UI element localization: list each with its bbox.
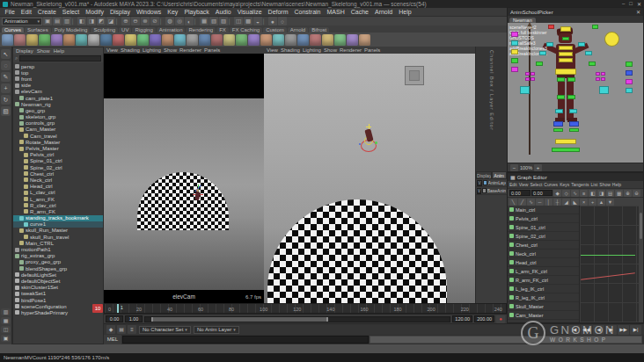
- shelf-tool-icon-7[interactable]: [88, 34, 99, 46]
- outliner-item[interactable]: skull_Run_Master: [13, 228, 103, 234]
- character-rig-persp[interactable]: [352, 127, 387, 163]
- lasso-tool[interactable]: ◌: [1, 61, 11, 70]
- outliner-item[interactable]: cam_plate1: [13, 95, 103, 101]
- camera-bookmark-widget[interactable]: [405, 66, 424, 85]
- picker-button[interactable]: [557, 77, 565, 82]
- graph-channel-row[interactable]: Cam_Master: [508, 311, 579, 320]
- picker-button[interactable]: [626, 70, 633, 76]
- playback-end-field[interactable]: 120.00: [452, 315, 472, 322]
- current-time-marker[interactable]: [117, 304, 119, 313]
- outliner-item[interactable]: controls_grp: [13, 120, 103, 127]
- viewport-menu-view[interactable]: View: [267, 47, 278, 53]
- status-line-icon[interactable]: ◐: [185, 17, 194, 25]
- graph-tool-icon-4[interactable]: ◧: [589, 190, 596, 197]
- tangent-tool-icon-1[interactable]: ╱: [518, 199, 526, 206]
- graph-channel-row[interactable]: Neck_ctrl: [508, 250, 579, 258]
- shelf-tool-icon-1[interactable]: [14, 34, 26, 46]
- command-language-toggle[interactable]: MEL: [104, 335, 121, 344]
- menu-audio[interactable]: Audio: [212, 9, 234, 15]
- shelf-tool-icon-27[interactable]: [334, 34, 346, 46]
- shelf-tool-icon-14[interactable]: [174, 34, 186, 46]
- status-line-icon[interactable]: ◧: [77, 17, 86, 25]
- picker-button[interactable]: [601, 72, 605, 76]
- viewport-menu-shading[interactable]: Shading: [121, 47, 140, 53]
- picker-button[interactable]: [560, 26, 571, 32]
- outliner-item[interactable]: defaultLightSet: [13, 272, 103, 278]
- outliner-item[interactable]: Spine_02_ctrl: [13, 164, 103, 170]
- outliner-item[interactable]: hyperShadePrimary: [13, 309, 103, 315]
- transport-button-4[interactable]: ▶▶: [618, 325, 629, 335]
- tangent-tool-icon-3[interactable]: ─: [536, 199, 544, 206]
- tangent-tool-icon-4[interactable]: │: [545, 199, 553, 206]
- outliner-item[interactable]: skeleton_grp: [13, 114, 103, 120]
- shelf-tool-icon-0[interactable]: [2, 34, 13, 46]
- viewport-menu-lighting[interactable]: Lighting: [143, 47, 161, 53]
- picker-button[interactable]: [567, 77, 575, 82]
- shelf-tool-icon-6[interactable]: [76, 34, 87, 46]
- picker-canvas[interactable]: sceneNewer2COG full b+skinnerGhOSTCOSroo…: [508, 23, 643, 163]
- viewport-elevcam[interactable]: ViewShadingLightingShowRendererPanels el…: [104, 47, 264, 303]
- outliner-item[interactable]: Spine_01_ctrl: [13, 158, 103, 164]
- graph-channel-row[interactable]: Pelvis_ctrl: [508, 214, 579, 223]
- move-tool[interactable]: +: [1, 83, 11, 93]
- outliner-item[interactable]: Cam_Master: [13, 127, 103, 133]
- viewport-menu-show[interactable]: Show: [164, 47, 177, 53]
- graph-menu-show[interactable]: Show: [599, 182, 611, 187]
- paint-select-tool[interactable]: ✎: [1, 72, 11, 82]
- graph-menu-curves[interactable]: Curves: [544, 182, 558, 187]
- shelf-tool-icon-9[interactable]: [113, 34, 124, 46]
- close-button[interactable]: ✕: [637, 1, 641, 7]
- transport-button-0[interactable]: |◀: [568, 325, 580, 335]
- viewport-menu-lighting[interactable]: Lighting: [303, 47, 321, 53]
- shelf-tool-icon-20[interactable]: [248, 34, 260, 46]
- graph-tool-icon-5[interactable]: ◨: [597, 190, 605, 197]
- shelf-tool-icon-4[interactable]: [51, 34, 62, 46]
- minimize-button[interactable]: –: [622, 1, 625, 7]
- status-line-icon[interactable]: ▦: [200, 17, 209, 25]
- animation-end-field[interactable]: 200.00: [474, 315, 494, 322]
- picker-button[interactable]: [553, 121, 563, 127]
- outliner-search-input[interactable]: [19, 55, 101, 62]
- menu-constrain[interactable]: Constrain: [291, 9, 324, 15]
- outliner-item[interactable]: standing_tracks_bookmark: [13, 215, 103, 221]
- control-dot-blue[interactable]: [359, 143, 361, 145]
- tangent-tool-icon-7[interactable]: ◣: [571, 199, 579, 206]
- picker-button[interactable]: [569, 109, 577, 113]
- picker-button[interactable]: [511, 58, 518, 63]
- outliner-item[interactable]: tweakSet1: [13, 291, 103, 297]
- status-line-icon[interactable]: ◫: [234, 17, 243, 25]
- picker-button[interactable]: [569, 121, 579, 127]
- layout-shortcut-1[interactable]: ▦: [1, 317, 11, 324]
- graph-tool-icon-8[interactable]: ⊕: [624, 190, 632, 197]
- graph-vertical-scrollbar[interactable]: [639, 206, 643, 322]
- picker-button[interactable]: [592, 25, 598, 29]
- status-line-icon[interactable]: ▩: [244, 17, 252, 25]
- tangent-tool-icon-0[interactable]: ╲: [509, 199, 517, 206]
- outliner-item[interactable]: skinCluster1Set: [13, 285, 103, 291]
- graph-menu-tangents[interactable]: Tangents: [571, 182, 589, 187]
- outliner-item[interactable]: Cam_travel: [13, 133, 103, 139]
- outliner-item[interactable]: L_clav_ctrl: [13, 190, 103, 196]
- status-line-icon[interactable]: ⊗: [141, 17, 150, 25]
- graph-tool-icon-0[interactable]: ◆: [553, 190, 561, 197]
- picker-button[interactable]: [578, 42, 585, 47]
- shelf-tool-icon-2[interactable]: [26, 34, 38, 46]
- picker-button[interactable]: [569, 128, 579, 132]
- graph-menu-help[interactable]: Help: [612, 182, 621, 187]
- outliner-item[interactable]: Neck_ctrl: [13, 177, 103, 183]
- picker-button[interactable]: [511, 40, 518, 46]
- outliner-menu-help[interactable]: Help: [54, 48, 64, 54]
- range-slider-bar[interactable]: [151, 317, 328, 322]
- tangent-tool-icon-6[interactable]: ◢: [562, 199, 570, 206]
- tangent-tool-icon-2[interactable]: ∿: [527, 199, 535, 206]
- character-rig-elevcam[interactable]: [188, 183, 209, 209]
- menu-select[interactable]: Select: [59, 9, 82, 15]
- menuset-dropdown[interactable]: Animation ▾: [2, 18, 42, 25]
- outliner-item[interactable]: Newman_rig: [13, 101, 103, 107]
- outliner-item[interactable]: persp: [13, 63, 103, 69]
- anim-layer-dropdown[interactable]: No Anim Layer ▾: [194, 326, 239, 334]
- outliner-item[interactable]: Rotate_Master: [13, 139, 103, 145]
- outliner-item[interactable]: R_clav_ctrl: [13, 202, 103, 208]
- outliner-item[interactable]: curve1: [13, 221, 103, 228]
- graph-channel-row[interactable]: L_leg_IK_ctrl: [508, 285, 579, 293]
